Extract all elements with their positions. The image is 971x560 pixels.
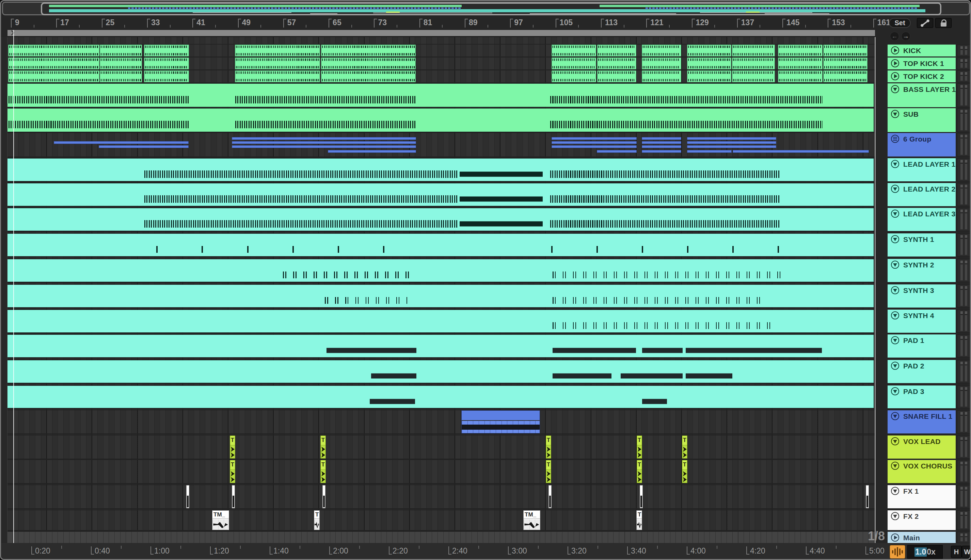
clip[interactable] xyxy=(144,45,189,57)
collapse-icon[interactable] xyxy=(891,462,899,470)
collapse-icon[interactable] xyxy=(891,512,899,520)
group-clip-bar[interactable] xyxy=(687,141,776,144)
track-header-kick[interactable]: KICK xyxy=(887,45,956,57)
play-icon[interactable] xyxy=(891,533,899,542)
clip[interactable]: T xyxy=(314,510,320,530)
clip[interactable] xyxy=(7,259,874,282)
collapse-icon[interactable] xyxy=(891,387,899,395)
playback-speed-field[interactable]: 1.00x xyxy=(907,545,943,558)
track-header-pad3[interactable]: PAD 3 xyxy=(887,385,956,408)
clip[interactable] xyxy=(642,45,681,57)
collapse-icon[interactable] xyxy=(891,286,899,294)
clip[interactable] xyxy=(687,57,731,69)
clip[interactable] xyxy=(732,45,775,57)
lane-topkick1[interactable] xyxy=(1,57,875,69)
clip[interactable] xyxy=(7,233,874,257)
clip[interactable] xyxy=(232,485,235,508)
clip[interactable] xyxy=(597,57,636,69)
track-header-bass[interactable]: BASS LAYER 1 xyxy=(887,83,956,107)
menu-icon[interactable] xyxy=(891,135,899,143)
lane-pad1[interactable] xyxy=(1,335,875,358)
track-header-voxlead[interactable]: VOX LEAD xyxy=(887,435,956,458)
clip[interactable] xyxy=(552,70,596,82)
clip[interactable] xyxy=(687,70,731,82)
track-header-pad2[interactable]: PAD 2 xyxy=(887,360,956,383)
track-header-fx1[interactable]: FX 1 xyxy=(887,485,956,508)
track-header-sub[interactable]: SUB xyxy=(887,108,956,132)
clip[interactable] xyxy=(321,57,416,69)
track-header-lead2[interactable]: LEAD LAYER 2 xyxy=(887,183,956,206)
clip[interactable] xyxy=(100,70,142,82)
clip[interactable] xyxy=(778,57,822,69)
group-clip-bar[interactable] xyxy=(54,141,189,144)
clip[interactable] xyxy=(7,310,874,333)
lane-synth4[interactable] xyxy=(1,310,875,333)
collapse-icon[interactable] xyxy=(891,110,899,118)
lane-kick[interactable] xyxy=(1,45,875,57)
lane-voxlead[interactable]: TTTTT xyxy=(1,435,875,458)
clip[interactable] xyxy=(640,485,643,508)
clip[interactable] xyxy=(235,70,320,82)
collapse-icon[interactable] xyxy=(891,85,899,93)
lane-main[interactable] xyxy=(1,532,875,543)
clip[interactable] xyxy=(7,284,874,308)
track-header-snare[interactable]: SNARE FILL 1 xyxy=(887,410,956,433)
lane-lead2[interactable] xyxy=(1,183,875,206)
collapse-icon[interactable] xyxy=(891,412,899,420)
track-header-topkick2[interactable]: TOP KICK 2 xyxy=(887,70,956,82)
collapse-icon[interactable] xyxy=(891,362,899,370)
track-header-group[interactable]: 6 Group xyxy=(887,133,956,157)
collapse-icon[interactable] xyxy=(891,160,899,168)
height-zoom-button[interactable]: H xyxy=(951,546,962,558)
group-clip-bar[interactable] xyxy=(552,145,637,148)
draw-mode-button[interactable] xyxy=(917,18,933,28)
clip[interactable] xyxy=(186,485,189,508)
clip[interactable] xyxy=(8,57,99,69)
clip[interactable]: T xyxy=(682,460,687,483)
lane-fx2[interactable]: TM_TTM_T xyxy=(1,510,875,530)
clip[interactable] xyxy=(8,45,99,57)
collapse-icon[interactable] xyxy=(891,311,899,320)
bar-ruler[interactable]: 9172533414957657381899710511312112913714… xyxy=(1,16,971,30)
lane-pad2[interactable] xyxy=(1,360,875,383)
clip[interactable] xyxy=(7,158,874,181)
clip[interactable]: T xyxy=(230,435,235,458)
group-clip-bar[interactable] xyxy=(733,150,869,153)
group-clip-bar[interactable] xyxy=(687,145,776,148)
clip[interactable]: T xyxy=(637,435,642,458)
clip[interactable] xyxy=(7,108,874,132)
lane-synth2[interactable] xyxy=(1,259,875,282)
clip[interactable] xyxy=(823,45,867,57)
group-clip-bar[interactable] xyxy=(232,141,416,144)
lane-synth3[interactable] xyxy=(1,284,875,308)
clip[interactable]: T xyxy=(546,460,551,483)
clip[interactable]: T xyxy=(230,460,235,483)
track-header-voxchorus[interactable]: VOX CHORUS xyxy=(887,460,956,483)
clip[interactable] xyxy=(7,183,874,206)
set-button[interactable]: Set xyxy=(889,18,911,28)
clip[interactable] xyxy=(552,45,596,57)
clip[interactable] xyxy=(235,45,320,57)
track-header-synth2[interactable]: SYNTH 2 xyxy=(887,259,956,282)
group-clip-bar[interactable] xyxy=(642,145,681,148)
track-header-topkick1[interactable]: TOP KICK 1 xyxy=(887,57,956,69)
group-clip-bar[interactable] xyxy=(552,137,637,140)
lane-lead1[interactable] xyxy=(1,158,875,181)
clip[interactable]: T xyxy=(320,435,326,458)
width-zoom-button[interactable]: W xyxy=(962,546,971,558)
collapse-icon[interactable] xyxy=(891,185,899,193)
clip[interactable] xyxy=(321,45,416,57)
lane-voxchorus[interactable]: TTTTT xyxy=(1,460,875,483)
clip[interactable] xyxy=(321,70,416,82)
track-header-lead1[interactable]: LEAD LAYER 1 xyxy=(887,158,956,181)
track-header-synth4[interactable]: SYNTH 4 xyxy=(887,310,956,333)
group-clip-bar[interactable] xyxy=(232,145,416,148)
clip[interactable]: TM_ xyxy=(523,510,540,530)
lane-topkick2[interactable] xyxy=(1,70,875,82)
arrangement-overview[interactable] xyxy=(2,2,970,15)
group-clip-bar[interactable] xyxy=(642,137,681,140)
clip[interactable]: T xyxy=(546,435,551,458)
timeline-lanes[interactable]: TTTTTTTTTTTM_TTM_T xyxy=(1,37,875,543)
group-clip-bar[interactable] xyxy=(232,137,416,140)
track-header-synth3[interactable]: SYNTH 3 xyxy=(887,284,956,308)
